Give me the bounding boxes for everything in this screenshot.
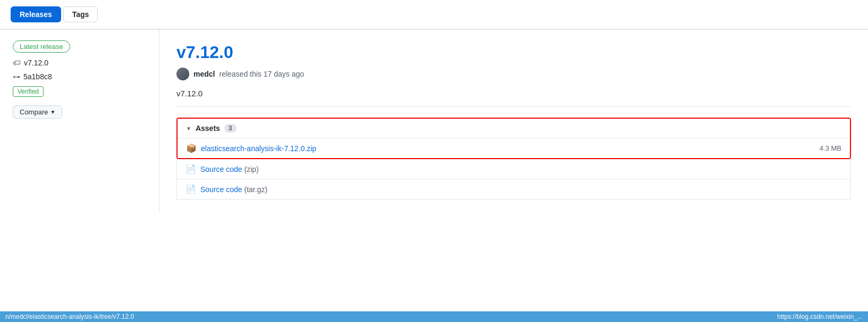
asset-link-source-zip[interactable]: Source code (zip) (200, 165, 259, 174)
source-tar-icon: 📄 (186, 184, 196, 194)
main-content: Latest release 🏷 v7.12.0 ⊶ 5a1b8c8 Verif… (0, 29, 868, 212)
sidebar: Latest release 🏷 v7.12.0 ⊶ 5a1b8c8 Verif… (0, 30, 159, 212)
compare-label: Compare (20, 108, 48, 116)
release-meta: medcl released this 17 days ago (176, 68, 851, 80)
source-zip-name: Source code (200, 165, 242, 174)
tag-label: v7.12.0 (24, 59, 48, 67)
tab-releases[interactable]: Releases (11, 6, 61, 22)
asset-row-source-tar: 📄 Source code (tar.gz) (177, 179, 850, 199)
zip-icon: 📦 (186, 143, 197, 153)
release-title: v7.12.0 (176, 43, 851, 62)
author-name[interactable]: medcl (193, 70, 215, 78)
avatar (176, 68, 189, 80)
triangle-icon: ▼ (186, 126, 191, 131)
asset-row-source-zip: 📄 Source code (zip) (177, 159, 850, 179)
asset-left: 📦 elasticsearch-analysis-ik-7.12.0.zip (186, 143, 316, 153)
asset-left-source-tar: 📄 Source code (tar.gz) (186, 184, 267, 194)
asset-link-source-tar[interactable]: Source code (tar.gz) (200, 185, 267, 194)
source-tar-name: Source code (200, 185, 242, 194)
compare-button[interactable]: Compare ▼ (13, 105, 62, 119)
caret-icon: ▼ (50, 109, 55, 115)
tab-tags[interactable]: Tags (63, 6, 98, 22)
assets-section: ▼ Assets 3 📦 elasticsearch-analysis-ik-7… (176, 118, 851, 159)
source-zip-icon: 📄 (186, 164, 196, 174)
asset-left-source-zip: 📄 Source code (zip) (186, 164, 259, 174)
release-version-text: v7.12.0 (176, 89, 851, 107)
assets-rest: 📄 Source code (zip) 📄 Source code (tar.g… (176, 159, 851, 200)
latest-release-badge: Latest release (13, 40, 70, 53)
sidebar-tag-row: 🏷 v7.12.0 (13, 58, 48, 67)
tag-icon: 🏷 (13, 58, 21, 67)
commit-label: 5a1b8c8 (23, 72, 52, 81)
verified-badge: Verified (13, 86, 44, 97)
sidebar-commit-row: ⊶ 5a1b8c8 (13, 72, 52, 81)
release-content: v7.12.0 medcl released this 17 days ago … (159, 30, 868, 212)
tab-bar: Releases Tags (0, 0, 868, 29)
asset-link-zip[interactable]: elasticsearch-analysis-ik-7.12.0.zip (201, 144, 316, 153)
assets-count: 3 (224, 124, 237, 133)
asset-size-zip: 4.3 MB (820, 144, 841, 152)
source-tar-ext: (tar.gz) (242, 185, 267, 194)
source-zip-ext: (zip) (242, 165, 259, 174)
release-meta-text: released this 17 days ago (219, 70, 304, 78)
asset-row-zip: 📦 elasticsearch-analysis-ik-7.12.0.zip 4… (178, 138, 850, 158)
commit-icon: ⊶ (13, 72, 20, 81)
assets-header: ▼ Assets 3 (178, 119, 850, 138)
avatar-image (176, 68, 189, 80)
assets-label: Assets (196, 124, 220, 133)
